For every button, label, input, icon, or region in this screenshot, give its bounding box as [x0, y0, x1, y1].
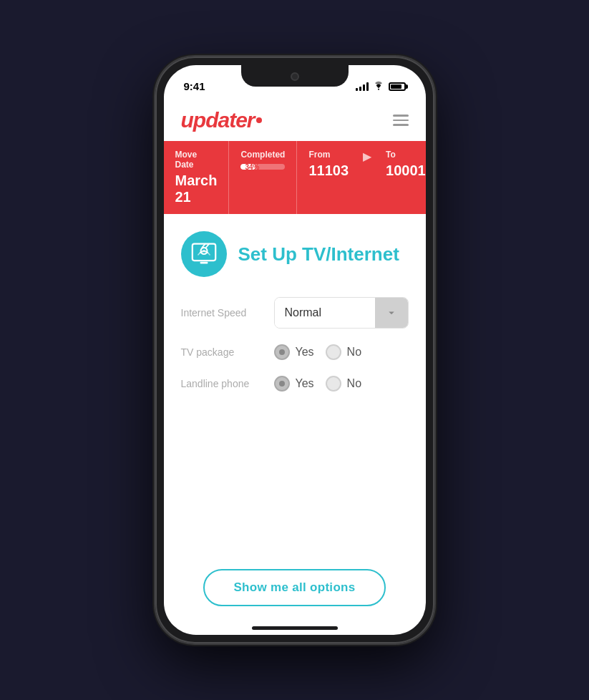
to-zip: 10001 [386, 162, 425, 178]
status-icons [356, 81, 406, 92]
app-header: updater [164, 97, 426, 141]
show-options-button[interactable]: Show me all options [203, 569, 385, 606]
tv-package-row: TV package Yes No [181, 344, 409, 360]
menu-button[interactable] [393, 115, 409, 126]
landline-yes-label: Yes [296, 377, 314, 390]
landline-no[interactable]: No [326, 376, 361, 392]
logo-dot [256, 117, 262, 123]
internet-speed-row: Internet Speed Normal [181, 297, 409, 329]
signal-icon [356, 82, 369, 91]
completed-cell: Completed 34% [229, 141, 297, 214]
select-arrow-button[interactable] [375, 298, 408, 328]
tv-package-control: Yes No [274, 344, 409, 360]
tv-package-label: TV package [181, 346, 274, 358]
tv-package-yes[interactable]: Yes [274, 344, 314, 360]
home-indicator [164, 621, 426, 635]
landline-no-radio[interactable] [326, 376, 341, 392]
landline-yes[interactable]: Yes [274, 376, 314, 392]
from-label: From [308, 150, 349, 160]
tv-package-no-label: No [347, 346, 361, 359]
tv-package-yes-radio[interactable] [274, 344, 290, 360]
internet-speed-value: Normal [275, 298, 375, 328]
landline-control: Yes No [274, 376, 409, 392]
move-date-value: March 21 [175, 172, 218, 205]
to-group: To 10001 [386, 150, 425, 179]
addresses-top: From 11103 ▶ To 10001 [308, 150, 425, 179]
tv-icon-circle [181, 231, 227, 277]
stats-banner: Move Date March 21 Completed 34% [164, 141, 426, 214]
logo: updater [181, 108, 262, 132]
from-zip: 11103 [308, 162, 349, 178]
notch [241, 65, 349, 87]
landline-label: Landline phone [181, 378, 274, 389]
phone-frame: 9:41 [155, 57, 434, 643]
internet-speed-control[interactable]: Normal [274, 297, 409, 329]
home-bar [252, 626, 338, 630]
tv-package-no-radio[interactable] [326, 344, 341, 360]
tv-icon [191, 241, 217, 267]
landline-yes-radio[interactable] [274, 376, 290, 392]
camera [291, 72, 299, 81]
section-heading: Set Up TV/Internet [181, 231, 409, 277]
internet-speed-select[interactable]: Normal [274, 297, 409, 329]
form-area: Set Up TV/Internet Internet Speed Normal [164, 214, 426, 621]
svg-point-0 [378, 89, 379, 90]
section-title: Set Up TV/Internet [238, 243, 399, 266]
move-date-cell: Move Date March 21 [164, 141, 230, 214]
status-time: 9:41 [184, 80, 205, 92]
completed-label: Completed [240, 150, 285, 160]
tv-package-no[interactable]: No [326, 344, 361, 360]
landline-row: Landline phone Yes No [181, 376, 409, 392]
addresses-cell: From 11103 ▶ To 10001 [297, 141, 425, 214]
tv-package-yes-label: Yes [296, 346, 314, 359]
app-content: updater Move Date March 21 Completed [164, 97, 426, 635]
wifi-icon [373, 81, 384, 92]
battery-icon [389, 82, 406, 91]
from-group: From 11103 [308, 150, 349, 179]
progress-percent: 34% [245, 163, 259, 171]
tv-package-radio-group: Yes No [274, 344, 362, 360]
cta-section: Show me all options [181, 558, 409, 606]
svg-rect-2 [200, 262, 208, 264]
svg-point-4 [203, 250, 205, 252]
phone-screen: 9:41 [164, 65, 426, 635]
move-date-label: Move Date [175, 150, 218, 170]
landline-no-label: No [347, 377, 361, 390]
internet-speed-label: Internet Speed [181, 307, 274, 319]
to-label: To [386, 150, 425, 160]
landline-radio-group: Yes No [274, 376, 362, 392]
arrow-icon: ▶ [363, 150, 371, 179]
